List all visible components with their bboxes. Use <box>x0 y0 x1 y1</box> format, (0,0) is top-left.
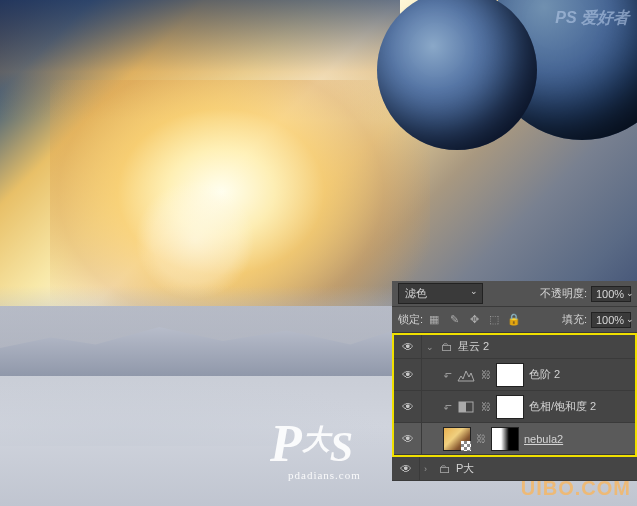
layers-panel: 滤色 ⌄ 不透明度: 100% ⌄ 锁定: ▦ ✎ ✥ ⬚ 🔒 填充: 100%… <box>392 281 637 481</box>
eye-icon: 👁 <box>400 462 412 476</box>
blend-opacity-row: 滤色 ⌄ 不透明度: 100% ⌄ <box>392 281 637 307</box>
fill-label: 填充: <box>562 312 587 327</box>
fill-value: 100% <box>596 314 624 326</box>
lock-transparency-icon[interactable]: ▦ <box>427 313 441 327</box>
lock-position-icon[interactable]: ✥ <box>467 313 481 327</box>
highlighted-group: 👁 ⌄ 🗀 星云 2 👁 ↳ ⛓ 色阶 2 <box>392 333 637 457</box>
clip-mask-icon: ↳ <box>442 371 453 379</box>
lock-icons-group: ▦ ✎ ✥ ⬚ 🔒 <box>427 313 521 327</box>
visibility-toggle[interactable]: 👁 <box>394 335 422 358</box>
layer-mask-thumb[interactable] <box>496 395 524 419</box>
visibility-toggle[interactable]: 👁 <box>392 457 420 480</box>
layer-name[interactable]: 色相/饱和度 2 <box>529 399 596 414</box>
levels-adjustment-icon <box>456 367 476 383</box>
visibility-toggle[interactable]: 👁 <box>394 391 422 422</box>
fill-input[interactable]: 100% ⌄ <box>591 312 631 328</box>
watermark-url: pdadians.com <box>288 469 361 481</box>
layer-group-pda[interactable]: 👁 › 🗀 P大 <box>392 457 637 481</box>
layer-name[interactable]: 星云 2 <box>458 339 489 354</box>
lock-label: 锁定: <box>398 312 423 327</box>
eye-icon: 👁 <box>402 340 414 354</box>
layer-name[interactable]: nebula2 <box>524 433 563 445</box>
lock-all-icon[interactable]: 🔒 <box>507 313 521 327</box>
watermark-s: S <box>330 424 353 470</box>
folder-icon: 🗀 <box>439 462 451 476</box>
svg-rect-1 <box>459 402 466 412</box>
opacity-label: 不透明度: <box>540 286 587 301</box>
folder-icon: 🗀 <box>441 340 453 354</box>
layer-name[interactable]: 色阶 2 <box>529 367 560 382</box>
layer-levels[interactable]: 👁 ↳ ⛓ 色阶 2 <box>394 359 635 391</box>
eye-icon: 👁 <box>402 432 414 446</box>
opacity-input[interactable]: 100% ⌄ <box>591 286 631 302</box>
watermark-p: P <box>270 414 302 473</box>
link-icon[interactable]: ⛓ <box>481 401 491 412</box>
eye-icon: 👁 <box>402 400 414 414</box>
blend-mode-value: 滤色 <box>405 287 427 299</box>
chevron-down-icon: ⌄ <box>626 288 634 300</box>
eye-icon: 👁 <box>402 368 414 382</box>
huesat-adjustment-icon <box>456 399 476 415</box>
watermark-ps: P大S pdadians.com <box>270 414 361 481</box>
opacity-value: 100% <box>596 288 624 300</box>
clip-mask-icon: ↳ <box>442 403 453 411</box>
lock-fill-row: 锁定: ▦ ✎ ✥ ⬚ 🔒 填充: 100% ⌄ <box>392 307 637 333</box>
layer-thumbnail[interactable] <box>443 427 471 451</box>
layer-nebula2[interactable]: 👁 ⛓ nebula2 <box>394 423 635 455</box>
layer-group-nebula[interactable]: 👁 ⌄ 🗀 星云 2 <box>394 335 635 359</box>
chevron-down-icon: ⌄ <box>626 314 634 326</box>
visibility-toggle[interactable]: 👁 <box>394 423 422 454</box>
chevron-down-icon: ⌄ <box>470 286 478 296</box>
watermark-corner: PS 爱好者 <box>555 8 629 29</box>
lock-artboard-icon[interactable]: ⬚ <box>487 313 501 327</box>
expand-arrow-icon[interactable]: › <box>424 464 434 474</box>
visibility-toggle[interactable]: 👁 <box>394 359 422 390</box>
link-icon[interactable]: ⛓ <box>481 369 491 380</box>
planet-small <box>377 0 537 150</box>
link-icon[interactable]: ⛓ <box>476 433 486 444</box>
layer-list: 👁 ⌄ 🗀 星云 2 👁 ↳ ⛓ 色阶 2 <box>392 333 637 481</box>
lock-pixels-icon[interactable]: ✎ <box>447 313 461 327</box>
layer-mask-thumb[interactable] <box>491 427 519 451</box>
sun-disk <box>135 180 255 300</box>
layer-name[interactable]: P大 <box>456 461 474 476</box>
layer-huesat[interactable]: 👁 ↳ ⛓ 色相/饱和度 2 <box>394 391 635 423</box>
blend-mode-select[interactable]: 滤色 ⌄ <box>398 283 483 304</box>
watermark-d: 大 <box>302 421 330 459</box>
collapse-arrow-icon[interactable]: ⌄ <box>426 342 436 352</box>
layer-mask-thumb[interactable] <box>496 363 524 387</box>
